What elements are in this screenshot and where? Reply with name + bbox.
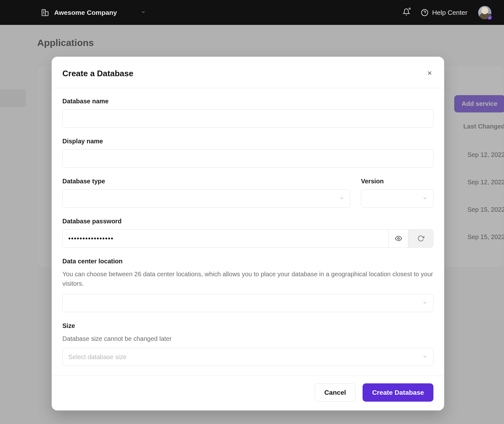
modal-header: Create a Database xyxy=(52,57,444,88)
avatar[interactable]: K xyxy=(478,6,491,19)
chevron-down-icon xyxy=(422,353,427,361)
database-type-label: Database type xyxy=(62,178,350,185)
close-icon xyxy=(427,70,433,76)
display-name-input[interactable] xyxy=(62,149,433,168)
help-circle-icon xyxy=(421,9,428,16)
database-type-select[interactable] xyxy=(62,189,350,208)
create-database-button[interactable]: Create Database xyxy=(363,383,433,402)
chevron-down-icon xyxy=(422,195,427,202)
database-name-input[interactable] xyxy=(62,109,433,128)
database-password-label: Database password xyxy=(62,218,433,225)
size-select[interactable]: Select database size xyxy=(62,348,433,366)
modal-title: Create a Database xyxy=(62,69,426,78)
notification-dot-icon xyxy=(409,8,411,10)
display-name-label: Display name xyxy=(62,138,433,145)
svg-rect-1 xyxy=(45,11,48,15)
chevron-down-icon xyxy=(141,9,146,16)
size-label: Size xyxy=(62,322,433,329)
topbar-right: Help Center K xyxy=(403,6,491,19)
size-placeholder: Select database size xyxy=(68,353,127,361)
password-regenerate-button[interactable] xyxy=(408,229,433,248)
avatar-badge: K xyxy=(486,14,493,20)
refresh-icon xyxy=(417,235,424,242)
datacenter-location-select[interactable] xyxy=(62,294,433,312)
company-name: Awesome Company xyxy=(54,9,117,16)
topbar: Awesome Company Help Center K xyxy=(0,0,504,25)
chevron-down-icon xyxy=(422,300,427,307)
version-select[interactable] xyxy=(361,189,433,208)
create-database-modal: Create a Database Database name Display … xyxy=(52,57,444,410)
help-center-label: Help Center xyxy=(432,9,467,16)
size-helper-text: Database size cannot be changed later xyxy=(62,334,433,343)
database-password-input[interactable] xyxy=(62,229,389,248)
database-name-label: Database name xyxy=(62,98,433,105)
close-button[interactable] xyxy=(426,70,433,77)
company-selector[interactable]: Awesome Company xyxy=(41,9,146,17)
building-icon xyxy=(41,9,49,17)
cancel-button[interactable]: Cancel xyxy=(315,383,356,402)
notifications-button[interactable] xyxy=(403,8,410,17)
help-center-link[interactable]: Help Center xyxy=(421,9,467,16)
password-visibility-toggle[interactable] xyxy=(389,229,408,248)
modal-body: Database name Display name Database type… xyxy=(52,88,444,375)
version-label: Version xyxy=(361,178,433,185)
modal-footer: Cancel Create Database xyxy=(52,375,444,410)
datacenter-location-label: Data center location xyxy=(62,258,433,265)
eye-icon xyxy=(395,235,402,242)
svg-point-9 xyxy=(398,238,399,239)
chevron-down-icon xyxy=(339,195,344,202)
datacenter-helper-text: You can choose between 26 data center lo… xyxy=(62,269,433,288)
